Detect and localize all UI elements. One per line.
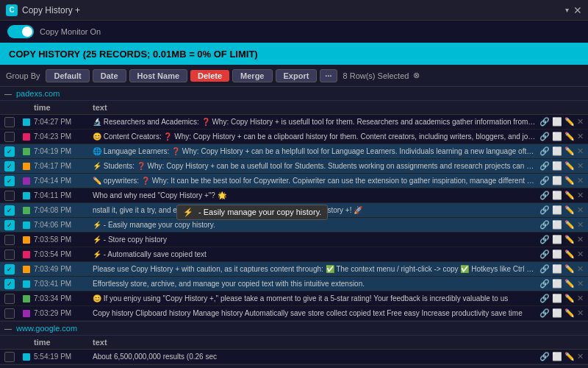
- row-checkbox[interactable]: [4, 279, 15, 289]
- edit-icon[interactable]: ✏️: [564, 161, 575, 171]
- delete-icon[interactable]: ✕: [577, 161, 584, 171]
- link-icon[interactable]: 🔗: [539, 191, 550, 200]
- table-row[interactable]: 7:03:54 PM ⚡ - Automatically save copied…: [0, 247, 588, 262]
- copy-icon[interactable]: ⬜: [552, 205, 562, 215]
- link-icon[interactable]: 🔗: [539, 176, 550, 185]
- link-icon[interactable]: 🔗: [539, 117, 550, 127]
- link-icon[interactable]: 🔗: [539, 146, 550, 156]
- delete-icon[interactable]: ✕: [577, 117, 584, 127]
- btn-date[interactable]: Date: [93, 69, 126, 82]
- edit-icon[interactable]: ✏️: [564, 235, 575, 244]
- copy-icon[interactable]: ⬜: [552, 352, 562, 361]
- copy-icon[interactable]: ⬜: [552, 117, 562, 127]
- copy-icon[interactable]: ⬜: [552, 308, 562, 318]
- row-checkbox[interactable]: [4, 146, 15, 157]
- window-close-button[interactable]: ✕: [573, 4, 582, 16]
- delete-icon[interactable]: ✕: [577, 146, 584, 156]
- delete-icon[interactable]: ✕: [577, 264, 584, 274]
- edit-icon[interactable]: ✏️: [564, 205, 575, 215]
- table-row[interactable]: 7:03:41 PM Effortlessly store, archive, …: [0, 277, 588, 291]
- edit-icon[interactable]: ✏️: [564, 279, 575, 289]
- delete-icon[interactable]: ✕: [577, 294, 584, 303]
- edit-icon[interactable]: ✏️: [564, 308, 575, 318]
- row-checkbox[interactable]: [4, 161, 15, 171]
- edit-icon[interactable]: ✏️: [564, 250, 575, 259]
- table-row[interactable]: 7:04:14 PM ✏️ opywriters: ❓ Why: It can …: [0, 174, 588, 188]
- delete-icon[interactable]: ✕: [577, 352, 584, 361]
- edit-icon[interactable]: ✏️: [564, 176, 575, 185]
- copy-monitor-toggle[interactable]: [7, 25, 34, 38]
- copy-icon[interactable]: ⬜: [552, 264, 562, 274]
- table-row[interactable]: 5:54:19 PM About 6,500,000,000 results (…: [0, 350, 588, 364]
- row-checkbox[interactable]: [4, 308, 15, 319]
- link-icon[interactable]: 🔗: [539, 308, 550, 318]
- site-group-toggle-google[interactable]: —: [4, 325, 12, 333]
- delete-icon[interactable]: ✕: [577, 176, 584, 185]
- link-icon[interactable]: 🔗: [539, 279, 550, 289]
- site-group-link-google[interactable]: www.google.com: [16, 324, 77, 333]
- copy-icon[interactable]: ⬜: [552, 235, 562, 244]
- delete-icon[interactable]: ✕: [577, 308, 584, 318]
- edit-icon[interactable]: ✏️: [564, 264, 575, 274]
- edit-icon[interactable]: ✏️: [564, 352, 575, 361]
- row-checkbox[interactable]: [4, 235, 15, 245]
- table-row[interactable]: 7:03:58 PM ⚡ - Store copy history 🔗 ⬜ ✏️…: [0, 233, 588, 247]
- copy-icon[interactable]: ⬜: [552, 220, 562, 230]
- row-checkbox[interactable]: [4, 191, 15, 201]
- copy-icon[interactable]: ⬜: [552, 132, 562, 141]
- table-row[interactable]: 7:03:49 PM Please use Copy History + wit…: [0, 262, 588, 277]
- link-icon[interactable]: 🔗: [539, 235, 550, 244]
- btn-more[interactable]: ···: [320, 69, 337, 82]
- row-checkbox[interactable]: [4, 264, 15, 275]
- link-icon[interactable]: 🔗: [539, 294, 550, 303]
- link-icon[interactable]: 🔗: [539, 352, 550, 361]
- copy-icon[interactable]: ⬜: [552, 191, 562, 200]
- row-checkbox[interactable]: [4, 352, 15, 362]
- copy-icon[interactable]: ⬜: [552, 161, 562, 171]
- table-row[interactable]: 7:04:27 PM 🔬 Researchers and Academics: …: [0, 115, 588, 130]
- rows-selected-close[interactable]: ⊗: [413, 71, 420, 80]
- copy-icon[interactable]: ⬜: [552, 176, 562, 185]
- row-checkbox[interactable]: [4, 220, 15, 230]
- table-row[interactable]: 7:03:34 PM 😊 If you enjoy using "Copy Hi…: [0, 291, 588, 306]
- delete-icon[interactable]: ✕: [577, 191, 584, 200]
- title-dropdown-button[interactable]: ▾: [565, 6, 569, 14]
- edit-icon[interactable]: ✏️: [564, 191, 575, 200]
- copy-icon[interactable]: ⬜: [552, 250, 562, 259]
- link-icon[interactable]: 🔗: [539, 205, 550, 215]
- btn-merge[interactable]: Merge: [232, 69, 272, 82]
- row-checkbox[interactable]: [4, 176, 15, 186]
- row-checkbox[interactable]: [4, 117, 15, 127]
- btn-delete[interactable]: Delete: [190, 70, 229, 82]
- delete-icon[interactable]: ✕: [577, 132, 584, 141]
- edit-icon[interactable]: ✏️: [564, 146, 575, 156]
- btn-host-name[interactable]: Host Name: [129, 69, 187, 82]
- table-row[interactable]: 7:04:17 PM ⚡ Students: ❓ Why: Copy Histo…: [0, 159, 588, 174]
- row-checkbox[interactable]: [4, 294, 15, 304]
- delete-icon[interactable]: ✕: [577, 205, 584, 215]
- table-row[interactable]: 7:03:29 PM Copy history Clipboard histor…: [0, 306, 588, 321]
- btn-default[interactable]: Default: [46, 69, 89, 82]
- site-group-link-padexa[interactable]: padexs.com: [16, 89, 60, 98]
- delete-icon[interactable]: ✕: [577, 220, 584, 230]
- delete-icon[interactable]: ✕: [577, 279, 584, 289]
- delete-icon[interactable]: ✕: [577, 250, 584, 259]
- link-icon[interactable]: 🔗: [539, 161, 550, 171]
- edit-icon[interactable]: ✏️: [564, 117, 575, 127]
- copy-icon[interactable]: ⬜: [552, 146, 562, 156]
- link-icon[interactable]: 🔗: [539, 220, 550, 230]
- link-icon[interactable]: 🔗: [539, 250, 550, 259]
- table-row[interactable]: 7:04:19 PM 🌐 Language Learners: ❓ Why: C…: [0, 144, 588, 159]
- table-row[interactable]: 7:04:11 PM Who and why need "Copy Histor…: [0, 188, 588, 203]
- edit-icon[interactable]: ✏️: [564, 220, 575, 230]
- row-checkbox[interactable]: [4, 250, 15, 260]
- site-group-toggle[interactable]: —: [4, 90, 12, 98]
- copy-icon[interactable]: ⬜: [552, 279, 562, 289]
- row-checkbox[interactable]: [4, 132, 15, 142]
- edit-icon[interactable]: ✏️: [564, 132, 575, 141]
- link-icon[interactable]: 🔗: [539, 132, 550, 141]
- link-icon[interactable]: 🔗: [539, 264, 550, 274]
- row-checkbox[interactable]: [4, 205, 15, 216]
- delete-icon[interactable]: ✕: [577, 235, 584, 244]
- copy-icon[interactable]: ⬜: [552, 294, 562, 303]
